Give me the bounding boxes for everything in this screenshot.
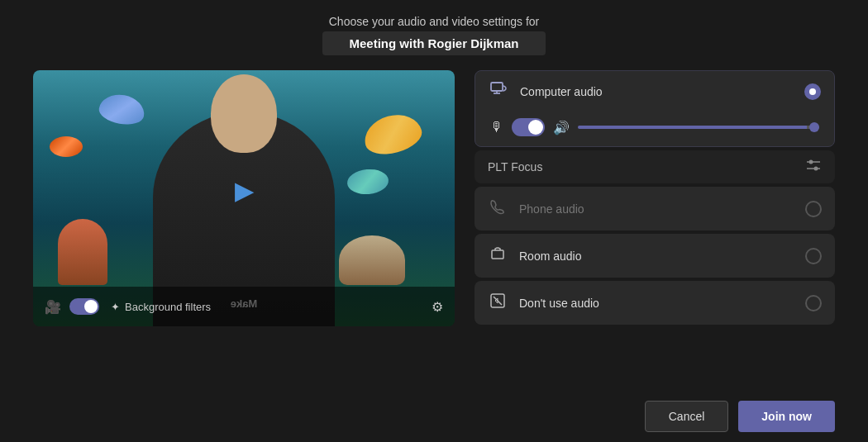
coral-1 <box>58 219 107 285</box>
room-audio-icon <box>488 245 508 266</box>
camera-toggle-knob <box>84 300 98 313</box>
phone-audio-label: Phone audio <box>519 202 794 216</box>
audio-option-computer[interactable]: Computer audio 🎙 🔊 <box>475 70 835 147</box>
plt-focus-label: PLT Focus <box>488 160 542 173</box>
main-content: ▶ Make 🎥 ✦ Background filters ⚙ <box>0 70 868 391</box>
room-audio-label: Room audio <box>519 250 794 263</box>
phone-audio-icon <box>488 198 508 219</box>
background-filter-icon: ✦ <box>111 301 120 313</box>
audio-panel: Computer audio 🎙 🔊 PLT Focus <box>475 70 835 391</box>
audio-option-phone[interactable]: Phone audio <box>475 187 835 231</box>
plt-focus-row: PLT Focus <box>475 150 835 183</box>
no-audio-radio[interactable] <box>805 295 822 311</box>
camera-icon[interactable]: 🎥 <box>45 299 61 315</box>
computer-audio-icon <box>489 81 508 102</box>
page-header: Choose your audio and video settings for… <box>322 0 545 64</box>
coral-2 <box>339 235 405 285</box>
background-filter-label: Background filters <box>125 301 211 313</box>
mic-toggle[interactable] <box>512 118 545 136</box>
audio-option-room[interactable]: Room audio <box>475 234 835 278</box>
no-audio-label: Don't use audio <box>519 297 794 310</box>
audio-option-none[interactable]: Don't use audio <box>475 281 835 325</box>
phone-audio-radio[interactable] <box>805 201 822 217</box>
computer-audio-label: Computer audio <box>520 85 793 98</box>
mic-icon: 🎙 <box>490 120 503 135</box>
computer-audio-controls: 🎙 🔊 <box>489 118 821 136</box>
svg-rect-0 <box>491 83 503 91</box>
speaker-icon: 🔊 <box>553 120 570 135</box>
meeting-title: Meeting with Rogier Dijkman <box>322 31 545 55</box>
join-now-button[interactable]: Join now <box>738 401 835 432</box>
computer-audio-radio[interactable] <box>804 83 821 100</box>
video-panel: ▶ Make 🎥 ✦ Background filters ⚙ <box>33 70 455 326</box>
cancel-button[interactable]: Cancel <box>645 401 729 432</box>
svg-point-4 <box>809 160 813 164</box>
room-audio-radio[interactable] <box>805 248 822 264</box>
person-head <box>211 74 277 153</box>
no-audio-icon <box>488 292 508 313</box>
computer-audio-header: Computer audio <box>489 81 821 102</box>
video-controls-bar: 🎥 ✦ Background filters ⚙ <box>33 287 455 326</box>
svg-point-6 <box>814 167 818 171</box>
background-filter-button[interactable]: ✦ Background filters <box>111 301 211 313</box>
header-subtitle: Choose your audio and video settings for <box>322 15 545 28</box>
fish-decoration-3 <box>50 136 83 157</box>
camera-toggle[interactable] <box>69 298 99 315</box>
video-settings-icon[interactable]: ⚙ <box>432 299 443 315</box>
audio-device-settings-icon[interactable] <box>805 159 822 175</box>
volume-slider[interactable] <box>578 126 819 129</box>
svg-rect-7 <box>492 250 503 259</box>
mic-toggle-knob <box>528 120 543 135</box>
shirt-logo: ▶ <box>235 178 253 205</box>
bottom-bar: Cancel Join now <box>0 391 868 442</box>
